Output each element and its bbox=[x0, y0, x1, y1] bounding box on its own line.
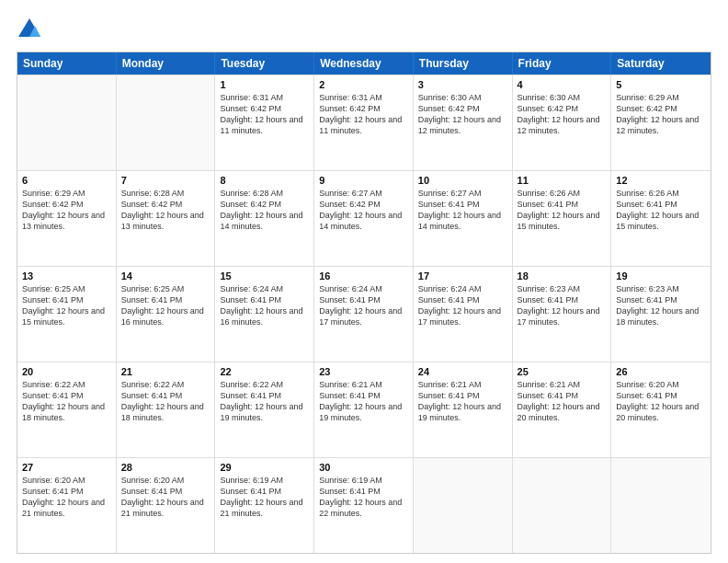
day-info: Sunrise: 6:31 AM Sunset: 6:42 PM Dayligh… bbox=[319, 92, 408, 137]
day-info: Sunrise: 6:21 AM Sunset: 6:41 PM Dayligh… bbox=[418, 379, 507, 424]
day-info: Sunrise: 6:31 AM Sunset: 6:42 PM Dayligh… bbox=[220, 92, 309, 137]
day-info: Sunrise: 6:22 AM Sunset: 6:41 PM Dayligh… bbox=[121, 379, 210, 424]
calendar-cell: 8Sunrise: 6:28 AM Sunset: 6:42 PM Daylig… bbox=[215, 171, 314, 266]
calendar: SundayMondayTuesdayWednesdayThursdayFrid… bbox=[17, 52, 711, 554]
header bbox=[17, 17, 711, 42]
day-number: 17 bbox=[418, 270, 507, 282]
calendar-cell bbox=[513, 458, 612, 553]
day-number: 22 bbox=[220, 366, 309, 377]
calendar-cell: 10Sunrise: 6:27 AM Sunset: 6:41 PM Dayli… bbox=[414, 171, 513, 266]
calendar-cell: 1Sunrise: 6:31 AM Sunset: 6:42 PM Daylig… bbox=[215, 75, 314, 170]
day-number: 14 bbox=[121, 270, 210, 282]
calendar-row-3: 20Sunrise: 6:22 AM Sunset: 6:41 PM Dayli… bbox=[17, 362, 711, 457]
day-info: Sunrise: 6:28 AM Sunset: 6:42 PM Dayligh… bbox=[121, 188, 210, 233]
day-number: 30 bbox=[319, 462, 408, 473]
day-info: Sunrise: 6:26 AM Sunset: 6:41 PM Dayligh… bbox=[616, 188, 706, 233]
day-info: Sunrise: 6:21 AM Sunset: 6:41 PM Dayligh… bbox=[319, 379, 408, 424]
day-number: 5 bbox=[616, 79, 706, 90]
calendar-cell: 22Sunrise: 6:22 AM Sunset: 6:41 PM Dayli… bbox=[215, 362, 314, 457]
day-info: Sunrise: 6:20 AM Sunset: 6:41 PM Dayligh… bbox=[22, 475, 111, 520]
day-info: Sunrise: 6:23 AM Sunset: 6:41 PM Dayligh… bbox=[518, 283, 607, 328]
day-info: Sunrise: 6:24 AM Sunset: 6:41 PM Dayligh… bbox=[220, 283, 309, 328]
calendar-cell: 27Sunrise: 6:20 AM Sunset: 6:41 PM Dayli… bbox=[17, 458, 117, 553]
day-info: Sunrise: 6:27 AM Sunset: 6:41 PM Dayligh… bbox=[418, 188, 507, 233]
day-number: 24 bbox=[418, 366, 507, 377]
day-number: 15 bbox=[220, 270, 309, 282]
day-info: Sunrise: 6:27 AM Sunset: 6:42 PM Dayligh… bbox=[319, 188, 408, 233]
calendar-cell: 14Sunrise: 6:25 AM Sunset: 6:41 PM Dayli… bbox=[117, 267, 216, 362]
day-info: Sunrise: 6:19 AM Sunset: 6:41 PM Dayligh… bbox=[220, 475, 309, 520]
calendar-row-2: 13Sunrise: 6:25 AM Sunset: 6:41 PM Dayli… bbox=[17, 266, 711, 362]
day-number: 20 bbox=[22, 366, 111, 377]
day-number: 19 bbox=[616, 270, 706, 282]
day-info: Sunrise: 6:30 AM Sunset: 6:42 PM Dayligh… bbox=[518, 92, 607, 137]
day-number: 21 bbox=[121, 366, 210, 377]
day-info: Sunrise: 6:24 AM Sunset: 6:41 PM Dayligh… bbox=[418, 283, 507, 328]
day-info: Sunrise: 6:28 AM Sunset: 6:42 PM Dayligh… bbox=[220, 188, 309, 233]
day-info: Sunrise: 6:24 AM Sunset: 6:41 PM Dayligh… bbox=[319, 283, 408, 328]
calendar-cell bbox=[117, 75, 216, 170]
day-info: Sunrise: 6:30 AM Sunset: 6:42 PM Dayligh… bbox=[418, 92, 507, 137]
day-info: Sunrise: 6:22 AM Sunset: 6:41 PM Dayligh… bbox=[22, 379, 111, 424]
day-number: 2 bbox=[319, 79, 408, 90]
calendar-cell: 29Sunrise: 6:19 AM Sunset: 6:41 PM Dayli… bbox=[215, 458, 314, 553]
calendar-cell: 19Sunrise: 6:23 AM Sunset: 6:41 PM Dayli… bbox=[611, 267, 711, 362]
calendar-cell: 16Sunrise: 6:24 AM Sunset: 6:41 PM Dayli… bbox=[314, 267, 414, 362]
day-info: Sunrise: 6:29 AM Sunset: 6:42 PM Dayligh… bbox=[22, 188, 111, 233]
calendar-cell: 3Sunrise: 6:30 AM Sunset: 6:42 PM Daylig… bbox=[414, 75, 513, 170]
calendar-cell bbox=[611, 458, 711, 553]
calendar-cell bbox=[414, 458, 513, 553]
day-info: Sunrise: 6:25 AM Sunset: 6:41 PM Dayligh… bbox=[121, 283, 210, 328]
calendar-row-0: 1Sunrise: 6:31 AM Sunset: 6:42 PM Daylig… bbox=[17, 75, 711, 170]
day-number: 13 bbox=[22, 270, 111, 282]
calendar-cell: 25Sunrise: 6:21 AM Sunset: 6:41 PM Dayli… bbox=[513, 362, 612, 457]
day-number: 26 bbox=[616, 366, 706, 377]
calendar-row-1: 6Sunrise: 6:29 AM Sunset: 6:42 PM Daylig… bbox=[17, 170, 711, 266]
day-info: Sunrise: 6:20 AM Sunset: 6:41 PM Dayligh… bbox=[616, 379, 706, 424]
day-number: 1 bbox=[220, 79, 309, 90]
calendar-header-saturday: Saturday bbox=[611, 52, 711, 75]
logo-icon bbox=[17, 17, 42, 42]
day-info: Sunrise: 6:22 AM Sunset: 6:41 PM Dayligh… bbox=[220, 379, 309, 424]
calendar-cell: 11Sunrise: 6:26 AM Sunset: 6:41 PM Dayli… bbox=[513, 171, 612, 266]
calendar-cell: 30Sunrise: 6:19 AM Sunset: 6:41 PM Dayli… bbox=[314, 458, 414, 553]
calendar-cell: 6Sunrise: 6:29 AM Sunset: 6:42 PM Daylig… bbox=[17, 171, 117, 266]
day-info: Sunrise: 6:25 AM Sunset: 6:41 PM Dayligh… bbox=[22, 283, 111, 328]
calendar-body: 1Sunrise: 6:31 AM Sunset: 6:42 PM Daylig… bbox=[17, 75, 711, 553]
calendar-cell: 20Sunrise: 6:22 AM Sunset: 6:41 PM Dayli… bbox=[17, 362, 117, 457]
calendar-cell: 5Sunrise: 6:29 AM Sunset: 6:42 PM Daylig… bbox=[611, 75, 711, 170]
day-info: Sunrise: 6:20 AM Sunset: 6:41 PM Dayligh… bbox=[121, 475, 210, 520]
day-info: Sunrise: 6:23 AM Sunset: 6:41 PM Dayligh… bbox=[616, 283, 706, 328]
calendar-cell: 28Sunrise: 6:20 AM Sunset: 6:41 PM Dayli… bbox=[117, 458, 216, 553]
calendar-row-4: 27Sunrise: 6:20 AM Sunset: 6:41 PM Dayli… bbox=[17, 457, 711, 553]
calendar-cell: 7Sunrise: 6:28 AM Sunset: 6:42 PM Daylig… bbox=[117, 171, 216, 266]
calendar-cell: 15Sunrise: 6:24 AM Sunset: 6:41 PM Dayli… bbox=[215, 267, 314, 362]
calendar-cell: 9Sunrise: 6:27 AM Sunset: 6:42 PM Daylig… bbox=[314, 171, 414, 266]
day-number: 3 bbox=[418, 79, 507, 90]
calendar-cell bbox=[17, 75, 117, 170]
calendar-cell: 2Sunrise: 6:31 AM Sunset: 6:42 PM Daylig… bbox=[314, 75, 414, 170]
calendar-header-sunday: Sunday bbox=[17, 52, 117, 75]
calendar-header-monday: Monday bbox=[117, 52, 216, 75]
calendar-header-thursday: Thursday bbox=[414, 52, 513, 75]
calendar-cell: 13Sunrise: 6:25 AM Sunset: 6:41 PM Dayli… bbox=[17, 267, 117, 362]
calendar-cell: 4Sunrise: 6:30 AM Sunset: 6:42 PM Daylig… bbox=[513, 75, 612, 170]
day-number: 25 bbox=[518, 366, 607, 377]
day-number: 23 bbox=[319, 366, 408, 377]
day-info: Sunrise: 6:21 AM Sunset: 6:41 PM Dayligh… bbox=[518, 379, 607, 424]
day-number: 10 bbox=[418, 175, 507, 186]
day-number: 8 bbox=[220, 175, 309, 186]
calendar-header-friday: Friday bbox=[513, 52, 612, 75]
day-info: Sunrise: 6:19 AM Sunset: 6:41 PM Dayligh… bbox=[319, 475, 408, 520]
day-number: 12 bbox=[616, 175, 706, 186]
calendar-cell: 17Sunrise: 6:24 AM Sunset: 6:41 PM Dayli… bbox=[414, 267, 513, 362]
day-info: Sunrise: 6:29 AM Sunset: 6:42 PM Dayligh… bbox=[616, 92, 706, 137]
day-number: 9 bbox=[319, 175, 408, 186]
calendar-cell: 18Sunrise: 6:23 AM Sunset: 6:41 PM Dayli… bbox=[513, 267, 612, 362]
day-info: Sunrise: 6:26 AM Sunset: 6:41 PM Dayligh… bbox=[518, 188, 607, 233]
day-number: 11 bbox=[518, 175, 607, 186]
day-number: 18 bbox=[518, 270, 607, 282]
day-number: 4 bbox=[518, 79, 607, 90]
calendar-cell: 26Sunrise: 6:20 AM Sunset: 6:41 PM Dayli… bbox=[611, 362, 711, 457]
calendar-cell: 23Sunrise: 6:21 AM Sunset: 6:41 PM Dayli… bbox=[314, 362, 414, 457]
